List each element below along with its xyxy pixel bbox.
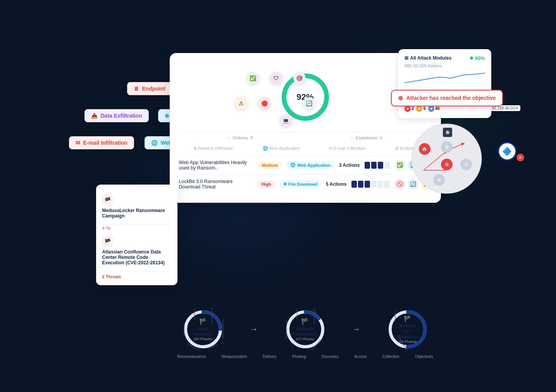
kc-initial-foothold: Persistence Exploitation Defense Evasion… [182,308,224,351]
data-exfil-icon: 📤 [91,113,98,119]
kc-icon-1: 🏴 [192,317,213,325]
kc-icon-3: 🏴 [397,315,418,322]
svg-text:Social Engineering: Social Engineering [222,319,224,339]
kc-inner-2: 🏴 Network Propagation 1/7 Phases [293,317,317,341]
threat-2-actions: 5 Actions [326,181,347,187]
threat-2-name: LockBit 3.0 Ransomware Download Threat [179,179,253,190]
kc-collection: Collection [382,354,399,359]
threat-1-name: Web App Vulnerabilities Heavily used by … [179,160,253,171]
threat-1-severity: Medium [258,162,282,169]
bar-3 [365,181,370,188]
tag-data-exfiltration[interactable]: 📤 Data Exfiltration [84,109,149,122]
icon-refresh: 🔄 [303,97,315,110]
topo-gear-icon: ⚙ [516,154,524,161]
threat-1-category: 🌐 Web Application [286,161,334,169]
topo-node-1: 🏠 [419,143,430,155]
kc-discovery: Discovery [322,354,339,359]
bar-5 [378,181,383,188]
kc-circle-3: Exfiltration Target Manipulation 🏴 Actio… [386,308,429,351]
topology-section: 192.168.44.0/24 🏠 🖥 🖥 🖥 🖥 🏠 [404,111,489,197]
bar-4 [384,162,390,169]
tag-endpoint[interactable]: 🖥 Endpoint [127,82,172,95]
threat-panel-item-1: 🏴 MedusaLocker Ransomware Campaign [102,191,171,224]
modules-title: ⊞ All Attack Modules [405,55,452,61]
threat-2-cat-icon: ⊕ [283,181,287,187]
alert-icon: ⊕ [398,94,403,102]
killchain-section: Persistence Exploitation Defense Evasion… [170,308,441,359]
kc-arrow-1: → [250,325,258,334]
killchain-circles: Persistence Exploitation Defense Evasion… [170,308,441,351]
kc-phases-2: 1/7 Phases [293,337,317,341]
kc-circle-2: Credential Access Execution Lateral Move… [284,308,327,351]
svg-text:Command: Command [207,343,217,350]
kc-title-1: Initial Foothold [192,325,213,337]
topo-node-2: 🖥 [441,141,453,153]
kc-delivery: Delivery [263,354,277,359]
action-check-icon[interactable]: ✅ [394,160,405,171]
modules-header: ⊞ All Attack Modules 90% [405,55,485,61]
icon-target: 🎯 [293,72,306,84]
action-block-icon[interactable]: 🚫 [394,179,405,190]
icon-computer: 💻 [280,115,292,127]
kc-weapon: Weaponization [222,354,247,359]
threat-panel-icon-1: 🏴 [102,195,113,205]
threat-panel-title-1: MedusaLocker Ransomware Campaign [102,208,171,219]
sparkline-chart [405,71,485,85]
threat-total-count: 2 Threats [102,274,171,279]
badge-high: ★ 5 [416,106,426,112]
cat-email: ✉ E-mail Infiltration [329,146,365,151]
threat-1-actions: 3 Actions [339,163,360,168]
endpoint-icon: 🖥 [134,86,139,92]
data-exfil-label: Data Exfiltration [101,113,142,119]
topo-node-3: 🖥 [441,159,453,170]
topo-node-black: 🏠 [443,128,452,137]
webapp-icon: 🌐 [151,140,158,146]
topo-node-5: 🖥 [433,174,445,186]
kc-circle-1: Persistence Exploitation Defense Evasion… [182,308,224,351]
threat-panel-icon-2: 🏴 [102,236,113,247]
email-icon: ✉ [76,140,80,146]
kc-actions-objective: Exfiltration Target Manipulation 🏴 Actio… [386,308,429,351]
icon-check: ✅ [247,72,259,84]
kc-inner-1: 🏴 Initial Foothold 2/8 Phases [192,317,213,341]
badge-critical-icon: ★ [405,106,411,112]
category-labels: ⊕ Network Infiltration 🌐 Web Application… [179,144,432,156]
modules-actions: 480 /10,000 Actions [405,63,485,68]
kc-network-propagation: Credential Access Execution Lateral Move… [284,308,327,351]
icon-shield: 🛡 [270,72,282,84]
threat-row-2: LockBit 3.0 Ransomware Download Threat H… [179,175,432,193]
kc-objectives: Objectives [415,354,433,359]
kc-title-2: Network Propagation [293,325,317,337]
topo-node-4: 🖥 [460,159,472,170]
phase-labels: ← Delivery ⑦ ← Exploitation ① [179,132,432,144]
bar-3 [378,162,383,169]
kc-arrow-2: → [353,325,360,334]
bar-6 [384,181,390,188]
bar-4 [371,181,377,188]
svg-text:Defense Evasion: Defense Evasion [186,342,203,350]
threat-panel-title-2: Atlassian Confluence Data Center Remote … [102,249,171,265]
badge-high-icon: ★ [416,106,422,112]
badge-critical: ★ 2 [405,106,414,112]
kc-inner-3: 🏴 Actions on Objective 2/4 Phases [397,315,418,344]
kc-title-3: Actions on Objective [397,323,418,339]
bar-1 [351,181,357,188]
attacker-alert: ⊕ Attacker has reached the objective [391,90,503,106]
badge-medium-icon: ★ [428,106,434,112]
kc-recon: Reconnaissance [177,354,206,359]
threat-2-category: ⊕ File Download [279,180,321,188]
bar-1 [365,162,370,169]
modules-percentage: 90% [470,55,485,61]
icon-alert: 🔴 [258,97,271,110]
phase-exploitation: ← Exploitation ① [350,135,383,140]
bar-2 [371,162,377,169]
threat-panel: 🏴 MedusaLocker Ransomware Campaign 4 Th … [96,185,177,285]
threat-panel-item-2: 🏴 Atlassian Confluence Data Center Remot… [102,232,171,271]
topo-node-right: 🔷 [498,142,516,161]
svg-text:Persistence: Persistence [183,323,185,335]
kc-icon-2: 🏴 [293,317,317,325]
svg-text:Credential Access: Credential Access [285,320,287,338]
kc-phases-3: 2/4 Phases [397,339,418,344]
network-icon: ⊕ [165,113,169,119]
tag-email-infiltration[interactable]: ✉ E-mail Infiltration [69,136,134,149]
